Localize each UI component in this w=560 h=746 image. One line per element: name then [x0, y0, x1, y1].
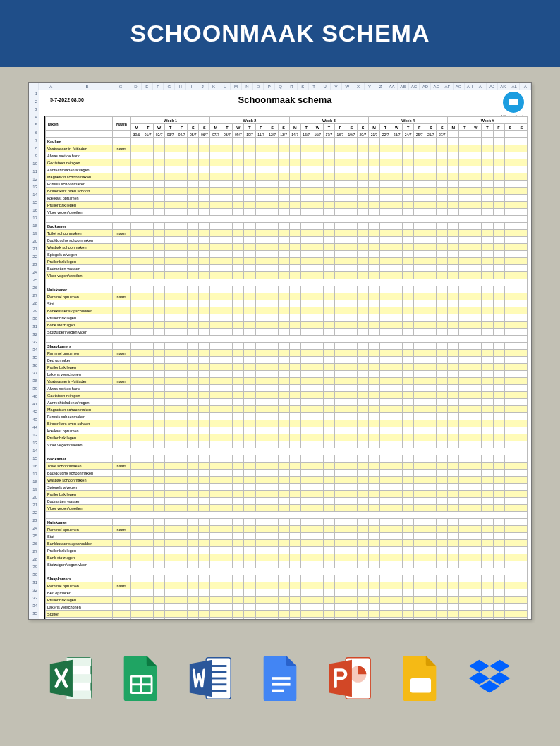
task-day-cell[interactable] — [482, 547, 493, 554]
task-day-cell[interactable] — [210, 582, 221, 589]
task-day-cell[interactable] — [482, 526, 493, 533]
task-day-cell[interactable] — [414, 152, 425, 159]
task-day-cell[interactable] — [221, 477, 233, 484]
task-day-cell[interactable] — [233, 533, 244, 540]
task-day-cell[interactable] — [199, 272, 210, 279]
task-day-cell[interactable] — [504, 611, 516, 618]
task-day-cell[interactable] — [188, 420, 199, 427]
task-day-cell[interactable] — [278, 145, 289, 152]
task-day-cell[interactable] — [482, 293, 493, 300]
task-day-cell[interactable] — [233, 385, 244, 392]
task-day-cell[interactable] — [244, 293, 255, 300]
task-day-cell[interactable] — [459, 209, 470, 216]
task-day-cell[interactable] — [437, 385, 448, 392]
task-day-cell[interactable] — [312, 181, 323, 188]
task-day-cell[interactable] — [504, 166, 516, 173]
task-day-cell[interactable] — [267, 159, 278, 166]
task-day-cell[interactable] — [403, 589, 414, 597]
task-day-cell[interactable] — [380, 463, 391, 470]
task-day-cell[interactable] — [493, 202, 504, 209]
task-day-cell[interactable] — [221, 554, 233, 561]
task-day-cell[interactable] — [414, 385, 425, 392]
task-day-cell[interactable] — [255, 406, 267, 413]
task-day-cell[interactable] — [380, 188, 391, 195]
task-day-cell[interactable] — [278, 597, 289, 604]
task-day-cell[interactable] — [312, 533, 323, 540]
task-day-cell[interactable] — [244, 152, 255, 159]
task-day-cell[interactable] — [323, 547, 334, 554]
task-day-cell[interactable] — [221, 173, 233, 181]
task-day-cell[interactable] — [493, 145, 504, 152]
task-day-cell[interactable] — [244, 173, 255, 181]
task-day-cell[interactable] — [199, 604, 210, 611]
task-day-cell[interactable] — [255, 589, 267, 597]
task-day-cell[interactable] — [278, 413, 289, 420]
task-day-cell[interactable] — [437, 604, 448, 611]
task-day-cell[interactable] — [368, 209, 379, 216]
task-day-cell[interactable] — [131, 498, 142, 505]
task-day-cell[interactable] — [403, 244, 414, 251]
task-day-cell[interactable] — [312, 420, 323, 427]
task-day-cell[interactable] — [368, 329, 379, 336]
task-day-cell[interactable] — [357, 406, 368, 413]
task-day-cell[interactable] — [346, 561, 357, 568]
task-day-cell[interactable] — [244, 427, 255, 434]
task-day-cell[interactable] — [357, 307, 368, 314]
task-day-cell[interactable] — [482, 371, 493, 378]
task-day-cell[interactable] — [300, 307, 312, 314]
task-day-cell[interactable] — [244, 589, 255, 597]
task-day-cell[interactable] — [403, 413, 414, 420]
task-day-cell[interactable] — [278, 293, 289, 300]
task-day-cell[interactable] — [459, 188, 470, 195]
task-day-cell[interactable] — [448, 385, 459, 392]
task-day-cell[interactable] — [188, 244, 199, 251]
task-day-cell[interactable] — [188, 357, 199, 364]
task-day-cell[interactable] — [334, 329, 346, 336]
task-day-cell[interactable] — [346, 364, 357, 371]
task-day-cell[interactable] — [323, 258, 334, 265]
task-day-cell[interactable] — [278, 244, 289, 251]
task-name-cell[interactable] — [113, 385, 131, 392]
task-day-cell[interactable] — [199, 258, 210, 265]
task-day-cell[interactable] — [131, 209, 142, 216]
task-day-cell[interactable] — [210, 159, 221, 166]
task-day-cell[interactable] — [131, 237, 142, 244]
task-day-cell[interactable] — [278, 477, 289, 484]
task-day-cell[interactable] — [267, 554, 278, 561]
task-day-cell[interactable] — [346, 533, 357, 540]
task-day-cell[interactable] — [131, 427, 142, 434]
task-day-cell[interactable] — [199, 251, 210, 258]
task-day-cell[interactable] — [323, 554, 334, 561]
task-day-cell[interactable] — [516, 145, 527, 152]
task-day-cell[interactable] — [233, 300, 244, 307]
task-day-cell[interactable] — [233, 272, 244, 279]
task-day-cell[interactable] — [233, 209, 244, 216]
task-day-cell[interactable] — [516, 597, 527, 604]
task-day-cell[interactable] — [414, 554, 425, 561]
task-day-cell[interactable] — [131, 604, 142, 611]
task-day-cell[interactable] — [516, 470, 527, 477]
task-day-cell[interactable] — [357, 329, 368, 336]
task-day-cell[interactable] — [516, 272, 527, 279]
task-day-cell[interactable] — [414, 322, 425, 329]
task-day-cell[interactable] — [289, 307, 300, 314]
task-day-cell[interactable] — [255, 477, 267, 484]
task-day-cell[interactable] — [244, 166, 255, 173]
task-day-cell[interactable] — [210, 392, 221, 399]
task-day-cell[interactable] — [425, 491, 437, 498]
task-day-cell[interactable] — [448, 582, 459, 589]
task-day-cell[interactable] — [312, 547, 323, 554]
task-day-cell[interactable] — [165, 582, 176, 589]
task-day-cell[interactable] — [131, 484, 142, 491]
task-day-cell[interactable] — [368, 604, 379, 611]
task-day-cell[interactable] — [188, 145, 199, 152]
task-day-cell[interactable] — [516, 314, 527, 322]
task-day-cell[interactable] — [165, 385, 176, 392]
task-day-cell[interactable] — [357, 427, 368, 434]
task-day-cell[interactable] — [346, 258, 357, 265]
task-day-cell[interactable] — [380, 582, 391, 589]
task-day-cell[interactable] — [289, 209, 300, 216]
task-day-cell[interactable] — [482, 491, 493, 498]
task-day-cell[interactable] — [131, 540, 142, 547]
task-day-cell[interactable] — [368, 300, 379, 307]
